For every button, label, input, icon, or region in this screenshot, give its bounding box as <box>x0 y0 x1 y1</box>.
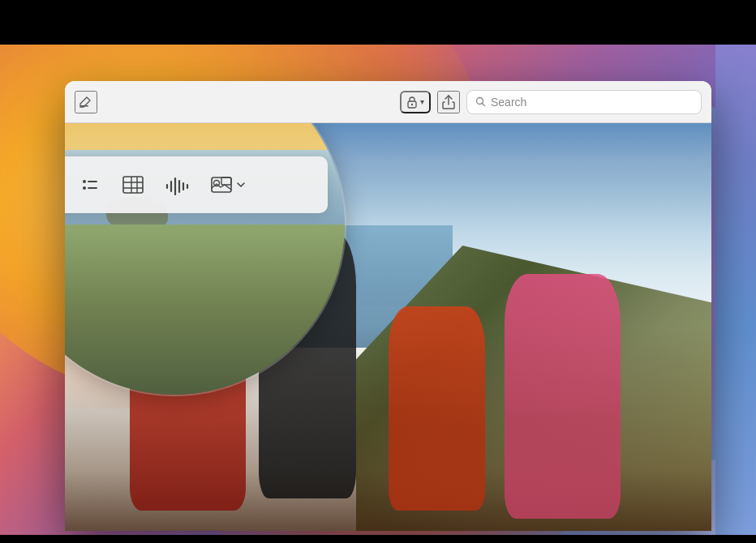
lock-chevron: ▾ <box>420 97 424 106</box>
edit-button[interactable] <box>75 91 97 113</box>
lock-button[interactable]: ▾ <box>400 91 431 113</box>
list-tool[interactable] <box>79 173 101 196</box>
toolbar-left <box>75 91 97 113</box>
black-bar-top <box>0 0 756 45</box>
person-silhouette-4 <box>505 274 621 519</box>
person-silhouette-3 <box>389 306 486 511</box>
lock-icon <box>406 96 418 109</box>
media-tool[interactable] <box>210 173 246 196</box>
search-input-placeholder: Search <box>491 96 693 109</box>
svg-rect-8 <box>123 177 143 193</box>
edit-icon <box>79 95 93 109</box>
table-tool[interactable] <box>121 173 145 197</box>
browser-window: ▾ Search <box>65 81 711 531</box>
table-icon <box>121 173 145 197</box>
svg-rect-20 <box>221 177 231 185</box>
magnifier-land <box>65 224 345 395</box>
magnifier-zoom-circle: Aa <box>65 123 345 395</box>
svg-point-6 <box>83 186 86 190</box>
chevron-down-icon <box>236 182 246 188</box>
svg-point-2 <box>411 103 413 105</box>
browser-toolbar: ▾ Search <box>65 81 711 123</box>
magnifier-toolbar: Aa <box>65 156 328 213</box>
audio-tool[interactable] <box>165 173 191 196</box>
black-bar-bottom <box>0 535 756 543</box>
svg-point-4 <box>83 180 86 183</box>
waveform-icon <box>165 173 191 196</box>
browser-content: Aa <box>65 123 711 531</box>
media-icon <box>210 173 233 196</box>
share-button[interactable] <box>437 91 460 113</box>
search-icon <box>475 96 486 107</box>
share-icon <box>442 95 455 109</box>
list-icon <box>79 173 101 196</box>
right-panel <box>715 0 756 543</box>
search-bar[interactable]: Search <box>466 90 702 114</box>
toolbar-center: ▾ Search <box>104 90 702 114</box>
